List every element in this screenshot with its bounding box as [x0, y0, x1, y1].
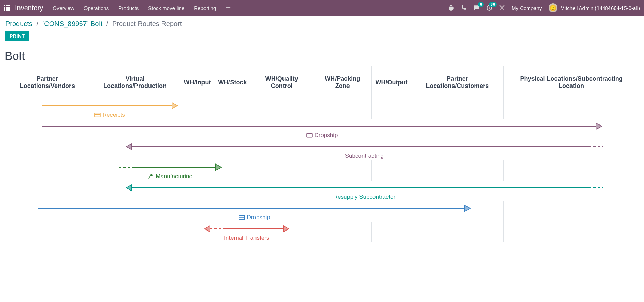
menu-overview[interactable]: Overview — [53, 5, 74, 11]
app-name[interactable]: Inventory — [15, 4, 43, 12]
column-header: WH/Output — [372, 66, 411, 99]
route-label: Dropship — [306, 132, 338, 139]
phone-icon[interactable] — [461, 5, 466, 11]
route-label: Dropship — [239, 214, 270, 221]
svg-rect-2 — [95, 113, 100, 117]
route-arrow — [124, 143, 605, 151]
route-arrow — [124, 184, 605, 192]
menu-stock-move-line[interactable]: Stock move line — [148, 5, 184, 11]
route-row: Manufacturing — [5, 160, 639, 181]
bug-icon — [448, 5, 454, 11]
route-arrow — [40, 102, 180, 110]
user-menu[interactable]: 🙂 Mitchell Admin (14484664-15-0-all) — [549, 3, 640, 12]
svg-marker-23 — [283, 226, 289, 232]
menu-reporting[interactable]: Reporting — [194, 5, 216, 11]
apps-icon[interactable] — [4, 5, 10, 11]
avatar: 🙂 — [549, 3, 557, 12]
menu-operations[interactable]: Operations — [84, 5, 109, 11]
route-arrow — [40, 122, 604, 130]
routes-table: Partner Locations/VendorsVirtual Locatio… — [5, 66, 639, 242]
route-arrow — [36, 204, 472, 212]
menu-add[interactable] — [226, 5, 231, 11]
activities-icon[interactable]: 36 — [486, 5, 492, 11]
phone-glyph-icon — [461, 5, 466, 11]
svg-marker-24 — [205, 226, 210, 232]
main-navbar: Inventory Overview Operations Products S… — [0, 0, 644, 16]
wrench-icon — [147, 173, 154, 180]
main-menu: Overview Operations Products Stock move … — [53, 5, 231, 11]
route-row: Dropship — [5, 201, 639, 222]
messaging-badge: 6 — [478, 2, 484, 7]
breadcrumb-current: Product Routes Report — [112, 20, 182, 27]
user-name: Mitchell Admin (14484664-15-0-all) — [560, 5, 640, 11]
company-selector[interactable]: My Company — [512, 5, 542, 11]
tools-icon[interactable] — [499, 5, 505, 11]
route-label: Internal Transfers — [224, 235, 269, 241]
menu-products[interactable]: Products — [118, 5, 139, 11]
route-row: Resupply Subcontractor — [5, 181, 639, 201]
x-tools-icon — [499, 5, 505, 11]
svg-marker-5 — [596, 123, 602, 129]
column-header: Physical Locations/Subcontracting Locati… — [504, 66, 639, 99]
column-header: WH/Input — [180, 66, 214, 99]
debug-icon[interactable] — [448, 5, 454, 11]
card-icon — [306, 132, 312, 139]
print-button[interactable]: PRINT — [5, 31, 29, 41]
route-arrow — [202, 225, 291, 233]
messaging-icon[interactable]: 6 — [473, 5, 479, 11]
breadcrumb-sep: / — [104, 20, 110, 27]
route-row: Dropship — [5, 119, 639, 140]
route-label: Subcontracting — [345, 153, 384, 159]
svg-marker-16 — [126, 185, 132, 191]
route-row: Internal Transfers — [5, 222, 639, 242]
route-arrow — [117, 163, 223, 171]
card-icon — [239, 214, 245, 221]
route-row: Subcontracting — [5, 140, 639, 160]
report-body: Bolt Partner Locations/VendorsVirtual Lo… — [0, 44, 644, 256]
svg-rect-19 — [239, 215, 245, 219]
route-label: Receipts — [94, 111, 125, 118]
navbar-right: 6 36 My Company 🙂 Mitchell Admin (144846… — [448, 3, 640, 12]
column-header: Virtual Locations/Production — [90, 66, 180, 99]
svg-marker-1 — [172, 103, 178, 109]
column-header: WH/Stock — [214, 66, 250, 99]
report-title: Bolt — [5, 49, 639, 63]
svg-marker-10 — [126, 144, 132, 150]
svg-rect-6 — [307, 133, 312, 137]
route-label: Manufacturing — [147, 173, 193, 180]
svg-marker-13 — [216, 164, 221, 170]
breadcrumb-sep: / — [35, 20, 41, 27]
control-panel: Products / [CONS_89957] Bolt / Product R… — [0, 16, 644, 44]
column-header: Partner Locations/Customers — [411, 66, 504, 99]
activities-badge: 36 — [489, 2, 497, 7]
breadcrumb: Products / [CONS_89957] Bolt / Product R… — [5, 20, 639, 28]
column-header: Partner Locations/Vendors — [5, 66, 90, 99]
column-header: WH/Quality Control — [250, 66, 313, 99]
route-label: Resupply Subcontractor — [333, 194, 395, 200]
column-header: WH/Packing Zone — [313, 66, 372, 99]
plus-icon — [226, 5, 231, 10]
card-icon — [94, 112, 101, 118]
breadcrumb-product[interactable]: [CONS_89957] Bolt — [42, 20, 103, 27]
svg-marker-18 — [465, 205, 470, 211]
route-row: Receipts — [5, 99, 639, 119]
breadcrumb-products[interactable]: Products — [5, 20, 32, 27]
